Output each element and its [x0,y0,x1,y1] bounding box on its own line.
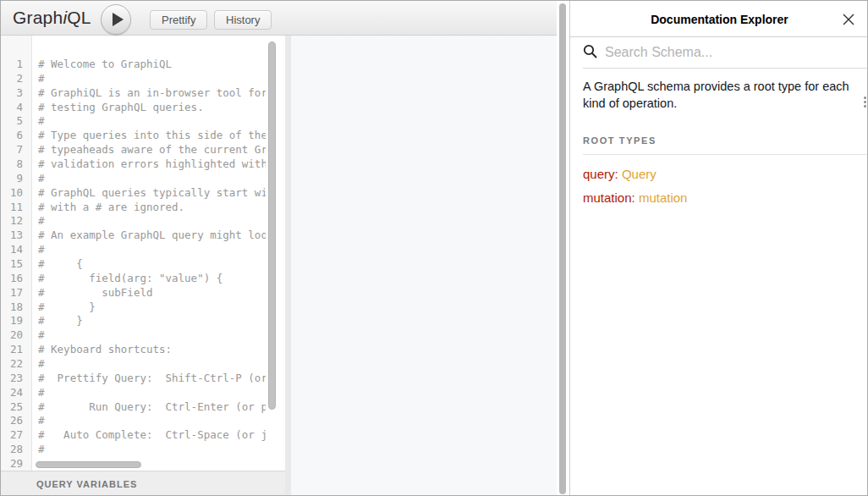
line-number: 15 [1,257,31,272]
line-number: 12 [1,214,31,229]
code-line: # [38,414,266,428]
play-icon [113,13,124,26]
execute-query-button[interactable] [101,4,131,35]
window-scrollbar-thumb[interactable] [559,3,566,494]
line-number: 3 [1,86,31,101]
line-number: 14 [1,243,31,257]
code-line: # Run Query: Ctrl-Enter (or press the pl… [38,400,266,415]
code-line: # Keyboard shortcuts: [38,343,266,357]
query-editor-pane: 1234567891011121314151617181920212223242… [1,36,285,471]
editor-horizontal-scrollbar[interactable] [36,461,141,468]
line-number: 11 [1,201,31,215]
line-number: 10 [1,186,31,201]
search-schema-input[interactable] [605,45,842,60]
code-line: # with a # are ignored. [38,201,266,215]
query-editor[interactable]: # Welcome to GraphiQL## GraphiQL is an i… [38,36,266,471]
pane-resize-divider[interactable] [285,36,291,496]
code-line: # [38,386,266,400]
doc-explorer-title: Documentation Explorer [651,13,788,26]
root-type-field-link[interactable]: mutation [583,190,632,205]
code-line: # Auto Complete: Ctrl-Space (or just sta… [38,428,266,443]
line-number: 29 [1,457,31,471]
root-type-item: query: Query [583,166,856,182]
code-line: # [38,172,266,186]
line-number: 2 [1,72,31,86]
code-line: # testing GraphQL queries. [38,101,266,115]
code-line: # Type queries into this side of the scr… [38,129,266,143]
line-number: 18 [1,300,31,315]
logo-text-ql: QL [67,8,91,27]
code-line: # field(arg: "value") { [38,272,266,286]
line-number: 5 [1,114,31,129]
line-number: 6 [1,129,31,143]
code-line: # [38,443,266,457]
root-type-type-link[interactable]: Query [622,167,656,181]
doc-explorer-titlebar: Documentation Explorer [570,1,868,37]
root-types-list: query: Querymutation: mutation [583,166,856,206]
documentation-explorer-panel: Documentation Explorer A GraphQ [569,1,868,496]
root-type-field-link[interactable]: query [583,167,615,181]
query-variables-title[interactable]: QUERY VARIABLES [36,471,137,496]
doc-explorer-body: A GraphQL schema provides a root type fo… [570,79,868,206]
close-icon [842,13,857,26]
code-line: # [38,114,266,129]
line-number: 28 [1,443,31,457]
code-line: # subField [38,286,266,300]
query-variables-bar: QUERY VARIABLES [1,471,285,496]
line-number: 24 [1,386,31,400]
code-line: # GraphiQL is an in-browser tool for wri… [38,86,266,101]
root-type-colon: : [632,190,639,205]
line-number: 21 [1,343,31,357]
line-number: 20 [1,328,31,343]
graphiql-logo: GraphiQL [13,1,91,35]
line-number: 27 [1,428,31,443]
code-line: # [38,328,266,343]
line-number: 26 [1,414,31,428]
history-button[interactable]: History [214,10,272,30]
line-number: 25 [1,400,31,415]
code-line: # Welcome to GraphiQL [38,58,266,72]
code-line: # [38,243,266,257]
logo-text-graph: Graph [13,8,63,27]
root-types-divider [583,154,868,155]
code-line: # An example GraphQL query might look li… [38,229,266,243]
line-number: 17 [1,286,31,300]
editor-gutter: 1234567891011121314151617181920212223242… [1,36,32,471]
root-types-heading: ROOT TYPES [583,135,856,146]
line-number: 13 [1,229,31,243]
code-line: # GraphQL queries typically start with a… [38,186,266,201]
editor-vertical-scrollbar[interactable] [268,41,276,410]
doc-search-row [583,37,868,69]
line-number: 8 [1,157,31,172]
root-type-item: mutation: mutation [583,190,856,206]
line-number: 23 [1,372,31,386]
code-line: # [38,357,266,372]
search-icon [583,44,597,62]
line-number: 9 [1,172,31,186]
line-number: 1 [1,58,31,72]
line-number: 4 [1,101,31,115]
schema-intro-text: A GraphQL schema provides a root type fo… [583,79,856,112]
line-number: 22 [1,357,31,372]
graphiql-window: GraphiQL Prettify History 12345678910111… [0,0,868,496]
doc-explorer-close-button[interactable] [842,12,857,27]
line-number: 19 [1,314,31,328]
root-type-colon: : [615,167,622,181]
result-pane [291,36,557,496]
code-line: # typeaheads aware of the current GraphQ… [38,143,266,157]
line-number: 16 [1,272,31,286]
code-line: # } [38,314,266,328]
toolbar: GraphiQL Prettify History [1,1,557,36]
doc-scrollbar-thumb[interactable] [864,96,867,109]
code-line: # Prettify Query: Shift-Ctrl-P (or press… [38,372,266,386]
code-line: # [38,72,266,86]
root-type-type-link[interactable]: mutation [639,190,688,205]
line-number: 7 [1,143,31,157]
code-line: # { [38,257,266,272]
code-line: # } [38,300,266,315]
code-line: # validation errors highlighted within t… [38,157,266,172]
prettify-button[interactable]: Prettify [150,10,207,30]
code-line: # [38,214,266,229]
window-scrollbar-track [557,1,569,496]
